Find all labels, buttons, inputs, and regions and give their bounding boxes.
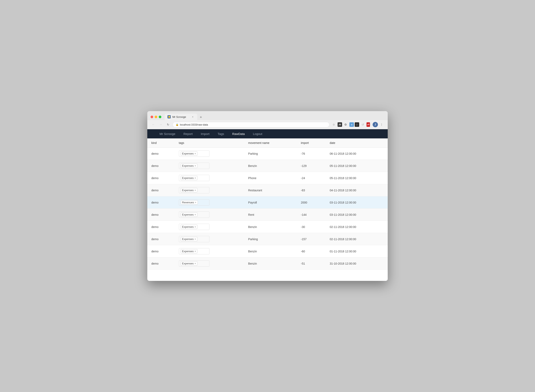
nav-item-tags[interactable]: Tags: [213, 129, 228, 138]
browser-menu-button[interactable]: ⋮: [379, 122, 384, 127]
traffic-lights: [151, 116, 161, 118]
table-row: demoExpenses ×Parking-15702-11-2018 12:0…: [147, 233, 388, 245]
ext-off-button[interactable]: off: [366, 122, 370, 127]
reload-button[interactable]: ↻: [165, 122, 171, 127]
cell-date: 02-11-2018 12:00:00: [326, 221, 388, 233]
tag-remove-icon[interactable]: ×: [194, 152, 196, 155]
tag-remove-icon[interactable]: ×: [194, 213, 196, 216]
cell-tags[interactable]: Expenses ×: [175, 233, 244, 245]
tag-input-field[interactable]: Expenses ×: [179, 211, 209, 218]
cell-kind: demo: [147, 221, 175, 233]
tag-badge: Expenses ×: [181, 188, 198, 192]
cell-movement-name: Benzin: [244, 245, 297, 257]
browser-tab[interactable]: 🪙 Mr Scrooge ×: [165, 114, 197, 120]
cell-movement-name: Benzin: [244, 257, 297, 270]
tag-input-field[interactable]: Expenses ×: [179, 224, 209, 230]
cell-kind: demo: [147, 245, 175, 257]
profile-avatar[interactable]: J: [373, 122, 378, 127]
tag-input-field[interactable]: Expenses ×: [179, 248, 209, 254]
new-tab-button[interactable]: +: [198, 114, 204, 120]
tag-input-field[interactable]: Expenses ×: [179, 187, 209, 193]
browser-nav-bar: ← → ↻ 🔒 localhost:3333/raw-data ☆ JB ⚙ ⊞…: [147, 120, 388, 129]
ext-settings-icon[interactable]: ⚙: [343, 122, 349, 127]
tag-input-field[interactable]: Revenues ×: [179, 199, 209, 205]
tag-badge: Expenses ×: [181, 225, 198, 229]
cell-import: -83: [297, 184, 326, 196]
cell-tags[interactable]: Expenses ×: [175, 184, 244, 196]
ext-icon-2[interactable]: ⊞: [349, 122, 354, 127]
title-bar: 🪙 Mr Scrooge × +: [147, 111, 388, 120]
minimize-window-button[interactable]: [155, 116, 157, 118]
cell-date: 03-11-2018 12:00:00: [326, 196, 388, 209]
tag-badge: Expenses ×: [181, 164, 198, 168]
tag-remove-icon[interactable]: ×: [194, 164, 196, 167]
cell-date: 01-11-2018 12:00:00: [326, 245, 388, 257]
tag-remove-icon[interactable]: ×: [194, 250, 196, 253]
nav-item-mrscrooge[interactable]: Mr Scrooge: [156, 129, 180, 138]
col-header-movement-name: movement name: [244, 138, 297, 148]
star-button[interactable]: ☆: [331, 122, 337, 127]
close-window-button[interactable]: [151, 116, 153, 118]
tag-badge: Expenses ×: [181, 249, 198, 253]
cell-movement-name: Benzin: [244, 221, 297, 233]
tag-badge: Expenses ×: [181, 176, 198, 180]
nav-item-import[interactable]: Import: [197, 129, 214, 138]
col-header-date: date: [326, 138, 388, 148]
nav-item-report[interactable]: Report: [180, 129, 197, 138]
tag-input-field[interactable]: Expenses ×: [179, 163, 209, 169]
back-button[interactable]: ←: [151, 122, 156, 127]
tab-bar: 🪙 Mr Scrooge × +: [165, 114, 384, 120]
cell-import: 2000: [297, 196, 326, 209]
main-content: kind tags movement name import date demo…: [147, 138, 388, 281]
cell-tags[interactable]: Revenues ×: [175, 196, 244, 209]
tag-remove-icon[interactable]: ×: [194, 177, 196, 180]
cell-import: -129: [297, 160, 326, 172]
tag-badge: Expenses ×: [181, 237, 198, 241]
table-row: demoExpenses ×Parking-7606-11-2018 12:00…: [147, 148, 388, 160]
tab-favicon: 🪙: [167, 115, 171, 118]
cell-date: 31-10-2018 12:00:00: [326, 257, 388, 270]
fullscreen-window-button[interactable]: [159, 116, 161, 118]
tag-input-field[interactable]: Expenses ×: [179, 175, 209, 181]
cell-kind: demo: [147, 209, 175, 221]
cell-tags[interactable]: Expenses ×: [175, 221, 244, 233]
cell-tags[interactable]: Expenses ×: [175, 245, 244, 257]
cell-tags[interactable]: Expenses ×: [175, 148, 244, 160]
cell-kind: demo: [147, 172, 175, 184]
cell-kind: demo: [147, 196, 175, 209]
cell-date: 05-11-2018 12:00:00: [326, 172, 388, 184]
nav-item-rawdata[interactable]: RawData: [228, 129, 249, 138]
forward-button[interactable]: →: [158, 122, 164, 127]
cell-kind: demo: [147, 257, 175, 270]
browser-window: 🪙 Mr Scrooge × + ← → ↻ 🔒 localhost:3333/…: [147, 111, 388, 281]
tag-badge: Expenses ×: [181, 261, 198, 266]
tab-close-button[interactable]: ×: [191, 115, 194, 118]
ext-icon-1[interactable]: JB: [338, 122, 342, 127]
table-row: demoExpenses ×Benzin-12905-11-2018 12:00…: [147, 160, 388, 172]
cell-tags[interactable]: Expenses ×: [175, 172, 244, 184]
cell-kind: demo: [147, 233, 175, 245]
lock-icon: 🔒: [176, 123, 179, 126]
app-navigation: Mr Scrooge Report Import Tags RawData Lo…: [147, 129, 388, 138]
nav-item-logout[interactable]: Logout: [249, 129, 266, 138]
refresh-icon[interactable]: ↺: [360, 122, 366, 127]
tag-remove-icon[interactable]: ×: [194, 189, 196, 192]
back-icon: ←: [152, 123, 155, 126]
table-header-row: kind tags movement name import date: [147, 138, 388, 148]
cell-kind: demo: [147, 148, 175, 160]
tag-input-field[interactable]: Expenses ×: [179, 236, 209, 242]
tag-remove-icon[interactable]: ×: [194, 225, 196, 228]
ext-icon-3[interactable]: ⬡: [355, 122, 359, 127]
tag-remove-icon[interactable]: ×: [194, 238, 196, 241]
tag-input-field[interactable]: Expenses ×: [179, 260, 209, 267]
address-bar[interactable]: 🔒 localhost:3333/raw-data: [173, 122, 329, 127]
cell-import: -60: [297, 245, 326, 257]
cell-tags[interactable]: Expenses ×: [175, 209, 244, 221]
tag-remove-icon[interactable]: ×: [195, 201, 196, 204]
cell-date: 02-11-2018 12:00:00: [326, 233, 388, 245]
cell-import: -24: [297, 172, 326, 184]
tag-remove-icon[interactable]: ×: [194, 262, 196, 265]
cell-tags[interactable]: Expenses ×: [175, 160, 244, 172]
cell-tags[interactable]: Expenses ×: [175, 257, 244, 270]
tag-input-field[interactable]: Expenses ×: [179, 150, 209, 157]
